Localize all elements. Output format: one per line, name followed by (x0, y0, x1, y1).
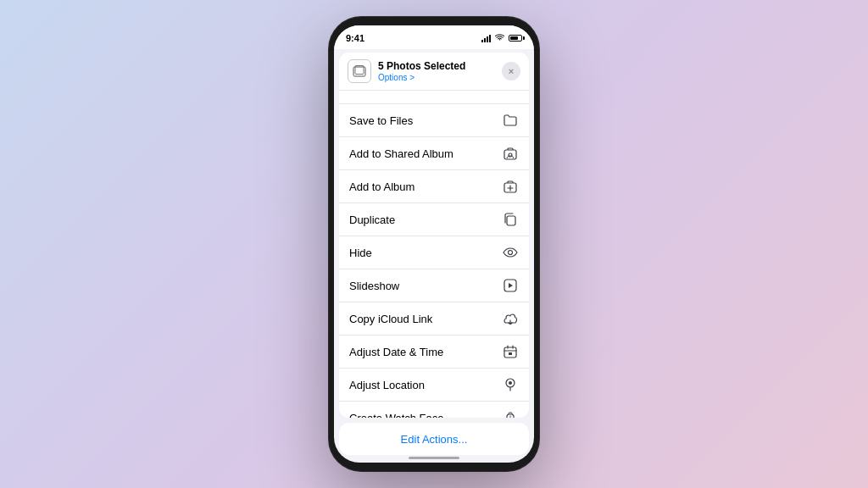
menu-item-label: Duplicate (349, 214, 395, 226)
menu-item-label: Add to Album (349, 180, 415, 193)
play-icon (502, 277, 519, 294)
duplicate-icon (502, 211, 519, 228)
watch-icon (502, 409, 519, 418)
menu-item-label: Adjust Date & Time (349, 346, 443, 358)
edit-actions-button[interactable]: Edit Actions... (401, 433, 468, 446)
status-time: 9:41 (346, 33, 364, 43)
menu-item-adjust-date-time[interactable]: Adjust Date & Time (339, 336, 529, 369)
svg-rect-9 (509, 352, 512, 355)
menu-item-adjust-location[interactable]: Adjust Location (339, 369, 529, 402)
menu-item-label: Create Watch Face (349, 412, 444, 419)
svg-rect-2 (504, 150, 516, 159)
phone-screen: 9:41 (334, 25, 534, 463)
menu-item-copy-icloud-link[interactable]: Copy iCloud Link (339, 302, 529, 336)
menu-item-add-to-shared-album[interactable]: Add to Shared Album (339, 137, 529, 170)
cloud-icon (502, 310, 519, 327)
menu-item-label: Hide (349, 247, 372, 259)
status-icons (481, 34, 522, 43)
menu-item-hide[interactable]: Hide (339, 236, 529, 269)
edit-actions-section[interactable]: Edit Actions... (339, 423, 529, 455)
location-icon (502, 376, 519, 393)
album-icon (502, 178, 519, 195)
menu-item-save-to-files[interactable]: Save to Files (339, 104, 529, 137)
menu-item-label: Save to Files (349, 114, 413, 127)
menu-list: Save to Files Add to Shared Album (339, 104, 529, 418)
menu-item-create-watch-face[interactable]: Create Watch Face (339, 402, 529, 418)
shared-album-icon (502, 145, 519, 162)
sheet-title: 5 Photos Selected (378, 60, 502, 72)
menu-item-label: Add to Shared Album (349, 147, 453, 160)
menu-item-duplicate[interactable]: Duplicate (339, 203, 529, 236)
close-button[interactable]: × (502, 62, 520, 80)
svg-rect-5 (507, 216, 515, 225)
folder-icon (502, 112, 519, 129)
menu-item-add-to-album[interactable]: Add to Album (339, 170, 529, 203)
sheet-header-icon (348, 59, 371, 83)
sheet-options[interactable]: Options > (378, 73, 502, 82)
svg-point-11 (509, 381, 512, 385)
wifi-icon (495, 34, 504, 43)
eye-icon (502, 244, 519, 261)
menu-item-label: Slideshow (349, 280, 399, 292)
home-indicator (409, 457, 459, 459)
menu-item-label: Copy iCloud Link (349, 313, 432, 325)
status-bar: 9:41 (334, 25, 534, 49)
menu-item-slideshow[interactable]: Slideshow (339, 269, 529, 302)
phone-frame: 9:41 (329, 17, 539, 471)
partial-item (339, 91, 529, 104)
sheet-header: 5 Photos Selected Options > × (339, 53, 529, 91)
calendar-icon (502, 343, 519, 360)
menu-item-label: Adjust Location (349, 379, 425, 391)
share-sheet: 5 Photos Selected Options > × Save to Fi… (339, 53, 529, 418)
battery-icon (509, 35, 522, 42)
signal-bars-icon (481, 35, 491, 42)
photos-icon (353, 64, 366, 78)
svg-point-6 (509, 251, 513, 255)
sheet-header-text: 5 Photos Selected Options > (378, 60, 502, 81)
phone-wrapper: 9:41 (329, 17, 539, 471)
